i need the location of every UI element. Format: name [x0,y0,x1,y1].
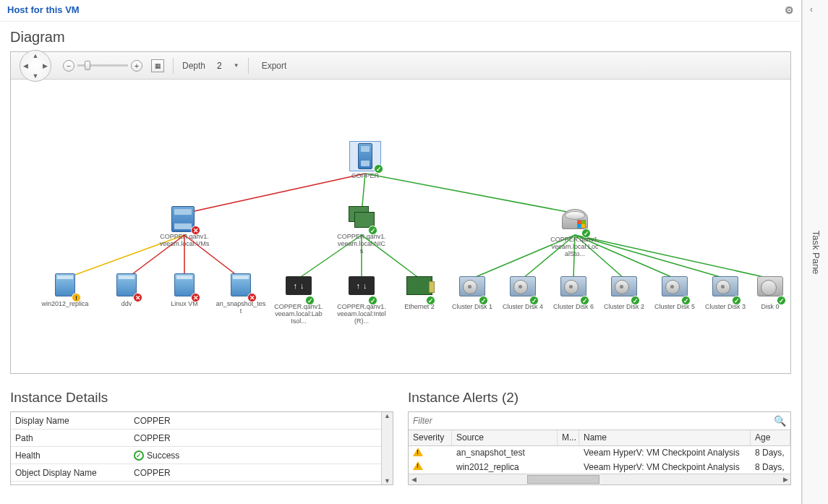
details-row: Display Name COPPER [11,412,381,430]
task-pane-label: Task Pane [810,230,821,274]
node-label: Linux VM [159,301,210,308]
node-label: Cluster Disk 6 [548,304,599,311]
node-label: an_snapshot_test [215,301,266,315]
depth-label: Depth [182,61,205,71]
node-disk-cluster3[interactable]: ✓ Cluster Disk 3 [700,273,751,311]
node-nic-ethernet2[interactable]: ✓ Ethernet 2 [394,273,445,311]
node-label: Ethernet 2 [394,304,445,311]
pan-navpad[interactable]: ▲▼◀▶ [20,50,51,82]
diagram-toolbar: ▲▼◀▶ − + ▦ Depth 2 ▼ Export [11,52,790,80]
node-host-copper[interactable]: ✓ COPPER [340,141,390,180]
details-row: Object Display Name COPPER [11,464,381,482]
col-name[interactable]: Name [579,430,751,445]
node-label: COPPER.qahv1.veeam.local:VMs [159,234,210,248]
depth-dropdown[interactable]: ▼ [234,62,239,69]
node-label: COPPER.qahv1.veeam.local:LocalSto... [550,236,600,258]
node-vms-group[interactable]: ✕ COPPER.qahv1.veeam.local:VMs [159,206,210,248]
node-disk-cluster4[interactable]: ✓ Cluster Disk 4 [498,273,548,311]
node-label: Cluster Disk 4 [498,304,548,311]
alert-row[interactable]: an_snapshot_test Veeam HyperV: VM Checkp… [409,446,790,460]
chevron-left-icon[interactable]: ‹ [810,4,813,14]
task-pane[interactable]: ‹ Task Pane [802,0,828,504]
node-disk-0[interactable]: ✓ Disk 0 [745,273,790,311]
node-nics-group[interactable]: ✓ COPPER.qahv1.veeam.local:NICs [336,206,387,255]
instance-details-grid: Display Name COPPER Path COPPER Health ✓… [10,411,393,485]
node-disk-cluster1[interactable]: ✓ Cluster Disk 1 [447,273,498,311]
node-label: Cluster Disk 1 [447,304,498,311]
svg-line-2 [365,174,575,213]
node-label: ddv [101,301,152,308]
zoom-in-button[interactable]: + [131,60,142,72]
details-row: Health ✓Success [11,447,381,464]
details-scrollbar[interactable]: ▲▼ [381,412,393,484]
success-icon: ✓ [134,450,144,461]
col-source[interactable]: Source [452,430,558,445]
node-label: win2012_replica [40,301,90,308]
node-disk-cluster5[interactable]: ✓ Cluster Disk 5 [649,273,700,311]
search-icon[interactable]: 🔍 [774,415,786,427]
node-switch-intel[interactable]: ✓ COPPER.qahv1.veeam.local:Intel(R)... [336,273,387,325]
col-age[interactable]: Age [751,430,790,445]
alerts-filter-input[interactable] [413,416,774,426]
node-vm-linux[interactable]: ✕ Linux VM [159,273,210,308]
zoom-fit-button[interactable]: ▦ [151,59,164,72]
node-label: Disk 0 [745,304,790,311]
warning-icon [413,448,423,456]
node-storage-group[interactable]: ✓ COPPER.qahv1.veeam.local:LocalSto... [550,206,600,258]
details-row: Path COPPER [11,430,381,447]
zoom-slider[interactable] [77,64,128,67]
svg-line-16 [575,235,770,278]
alerts-h-scrollbar[interactable]: ◀▶ [409,474,790,484]
export-button[interactable]: Export [257,59,291,72]
node-vm-an-snapshot-test[interactable]: ✕ an_snapshot_test [215,273,266,315]
node-vm-win2012-replica[interactable]: ! win2012_replica [40,273,90,308]
node-label: COPPER.qahv1.veeam.local:Lab Isol... [273,304,324,325]
node-label: COPPER [340,173,390,180]
node-switch-lab-isol[interactable]: ✓ COPPER.qahv1.veeam.local:Lab Isol... [273,273,324,325]
node-vm-ddv[interactable]: ✕ ddv [101,273,152,308]
alerts-header-row: Severity Source M... Name Age [409,430,790,445]
node-label: COPPER.qahv1.veeam.local:Intel(R)... [336,304,387,325]
alert-row[interactable]: win2012_replica Veeam HyperV: VM Checkpo… [409,460,790,474]
diagram-container: ▲▼◀▶ − + ▦ Depth 2 ▼ Export [10,51,791,374]
col-m[interactable]: M... [558,430,579,445]
node-disk-cluster6[interactable]: ✓ Cluster Disk 6 [548,273,599,311]
gear-icon[interactable]: ⚙ [785,4,794,16]
instance-alerts-heading: Instance Alerts (2) [408,383,791,411]
instance-details-heading: Instance Details [10,383,393,411]
node-label: Cluster Disk 3 [700,304,751,311]
node-label: COPPER.qahv1.veeam.local:NICs [336,234,387,255]
col-severity[interactable]: Severity [409,430,452,445]
node-disk-cluster2[interactable]: ✓ Cluster Disk 2 [599,273,649,311]
node-label: Cluster Disk 2 [599,304,649,311]
section-heading: Diagram [0,22,801,51]
warning-icon [413,461,423,470]
instance-alerts-grid: 🔍 Severity Source M... Name Age an_snaps… [408,411,791,485]
page-title: Host for this VM [7,4,80,15]
zoom-out-button[interactable]: − [63,60,74,72]
depth-value: 2 [214,61,225,71]
node-label: Cluster Disk 5 [649,304,700,311]
